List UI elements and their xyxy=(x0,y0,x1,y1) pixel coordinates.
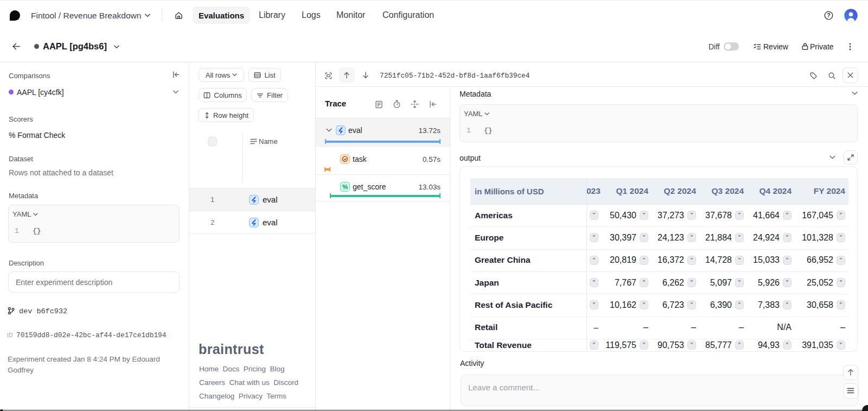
svg-text:?: ? xyxy=(827,12,830,18)
